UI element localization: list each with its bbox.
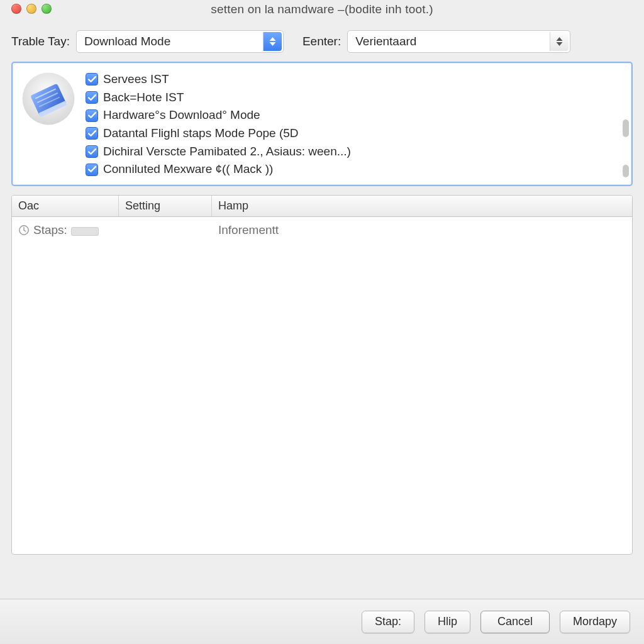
trable-tay-label: Trable Tay: <box>11 35 70 48</box>
trable-tay-dropdown[interactable]: Download Mode <box>76 30 284 53</box>
list-item[interactable]: Conniluted Mexware ¢(( Mack )) <box>86 162 351 177</box>
clock-icon <box>18 225 30 236</box>
zoom-icon[interactable] <box>42 4 52 14</box>
list-item[interactable]: Datantal Flighl staps Mode Pope (5D <box>86 126 351 142</box>
cell-setting <box>119 223 212 237</box>
list-item[interactable]: Servees IST <box>86 72 351 87</box>
column-header-setting[interactable]: Setting <box>119 196 212 216</box>
checkbox-checked-icon[interactable] <box>86 164 98 176</box>
window-title: setten on la namdware –(bodite inh toot.… <box>8 3 636 16</box>
chevron-updown-icon <box>263 32 282 51</box>
list-item[interactable]: Hardware°s Download° Mode <box>86 108 351 123</box>
column-header-hamp[interactable]: Hamp <box>212 196 632 216</box>
cell-hamp: Inforementt <box>212 223 632 237</box>
mordapy-button[interactable]: Mordapy <box>560 611 630 633</box>
list-item[interactable]: Back=Hote IST <box>86 90 351 106</box>
titlebar: setten on la namdware –(bodite inh toot.… <box>0 0 644 19</box>
hlip-button[interactable]: Hlip <box>425 611 470 633</box>
scrollbar[interactable] <box>623 119 629 177</box>
eenter-value: Verientaard <box>355 35 416 48</box>
eenter-label: Eenter: <box>303 35 341 48</box>
checkbox-checked-icon[interactable] <box>86 109 98 122</box>
cell-oac-text: Staps: <box>33 223 67 237</box>
list-item[interactable]: Dichiral Verscte Pamibated 2., Asiaus: w… <box>86 144 351 160</box>
list-item-label: Conniluted Mexware ¢(( Mack )) <box>103 162 273 177</box>
checkbox-checked-icon[interactable] <box>86 145 98 158</box>
minimize-icon[interactable] <box>26 4 36 14</box>
options-list: Servees IST Back=Hote IST Hardware°s Dow… <box>86 70 351 177</box>
table-body: Staps: Inforementt <box>12 217 632 243</box>
checkbox-checked-icon[interactable] <box>86 127 98 140</box>
table-header: Oac Setting Hamp <box>12 196 632 217</box>
list-item-label: Servees IST <box>103 72 169 87</box>
list-item-label: Datantal Flighl staps Mode Pope (5D <box>103 126 299 142</box>
checkbox-checked-icon[interactable] <box>86 91 98 104</box>
eenter-dropdown[interactable]: Verientaard <box>347 30 570 53</box>
list-item-label: Dichiral Verscte Pamibated 2., Asiaus: w… <box>103 144 351 160</box>
cell-oac: Staps: <box>12 223 119 237</box>
list-item-label: Hardware°s Download° Mode <box>103 108 260 123</box>
cancel-button[interactable]: Cancel <box>480 611 550 633</box>
traffic-lights <box>11 4 52 14</box>
stap-button[interactable]: Stap: <box>362 611 414 633</box>
trable-tay-value: Download Mode <box>84 35 170 48</box>
module-icon <box>20 70 77 127</box>
scroll-thumb[interactable] <box>623 119 629 137</box>
toolbar: Trable Tay: Download Mode Eenter: Verien… <box>0 19 644 62</box>
results-table: Oac Setting Hamp Staps: Inforementt <box>11 195 633 555</box>
scroll-thumb[interactable] <box>623 165 629 177</box>
dialog-window: setten on la namdware –(bodite inh toot.… <box>0 0 644 644</box>
dialog-footer: Stap: Hlip Cancel Mordapy <box>0 599 644 644</box>
table-row[interactable]: Staps: Inforementt <box>12 221 632 240</box>
options-panel: Servees IST Back=Hote IST Hardware°s Dow… <box>11 62 633 186</box>
list-item-label: Back=Hote IST <box>103 90 184 106</box>
chevron-updown-icon <box>550 32 569 51</box>
column-header-oac[interactable]: Oac <box>12 196 119 216</box>
checkbox-checked-icon[interactable] <box>86 73 98 86</box>
close-icon[interactable] <box>11 4 21 14</box>
progress-chip <box>71 227 99 236</box>
